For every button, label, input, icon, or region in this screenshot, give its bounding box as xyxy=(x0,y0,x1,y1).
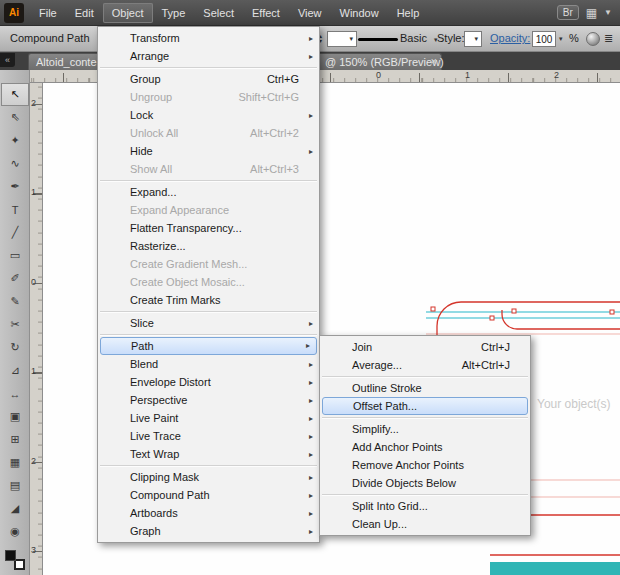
menu-item-expand[interactable]: Expand... xyxy=(98,183,319,201)
menu-item-clean-up[interactable]: Clean Up... xyxy=(320,515,530,533)
menu-item-envelope-distort[interactable]: Envelope Distort▸ xyxy=(98,373,319,391)
scissors-tool[interactable]: ✂ xyxy=(1,313,29,336)
eyedropper-tool[interactable]: ◢ xyxy=(1,497,29,520)
menu-item-average[interactable]: Average...Alt+Ctrl+J xyxy=(320,356,530,374)
vruler-number: 1 xyxy=(31,187,36,197)
menu-separator xyxy=(322,376,528,377)
perspective-grid-tool-icon: ⊞ xyxy=(10,433,19,446)
object-menu: Transform▸Arrange▸GroupCtrl+GUngroupShif… xyxy=(97,26,320,543)
menubar-right-icons: Br ▦ ▼ xyxy=(557,5,612,20)
menu-separator xyxy=(100,334,317,335)
menu-item-live-paint[interactable]: Live Paint▸ xyxy=(98,409,319,427)
opacity-link[interactable]: Opacity: xyxy=(490,32,530,44)
menu-item-graph[interactable]: Graph▸ xyxy=(98,522,319,540)
bridge-button[interactable]: Br xyxy=(557,5,579,20)
zoom-tool[interactable]: ◉ xyxy=(1,520,29,543)
stroke-weight-field[interactable]: ▾ xyxy=(327,31,357,47)
menu-item-label: Create Trim Marks xyxy=(130,292,220,309)
dropdown-arrow-icon[interactable]: ▾ xyxy=(474,35,478,43)
type-tool[interactable]: T xyxy=(1,198,29,221)
menu-item-arrange[interactable]: Arrange▸ xyxy=(98,47,319,65)
menu-item-live-trace[interactable]: Live Trace▸ xyxy=(98,427,319,445)
menu-item-unlock-all[interactable]: Unlock AllAlt+Ctrl+2 xyxy=(98,124,319,142)
stroke-preview xyxy=(358,38,398,41)
menu-item-create-object-mosaic[interactable]: Create Object Mosaic... xyxy=(98,273,319,291)
scale-tool[interactable]: ⊿ xyxy=(1,359,29,382)
menu-item-expand-appearance[interactable]: Expand Appearance xyxy=(98,201,319,219)
lasso-tool[interactable]: ∿ xyxy=(1,152,29,175)
menubar-file[interactable]: File xyxy=(30,3,66,23)
menu-item-label: Transform xyxy=(130,30,180,47)
menubar-edit[interactable]: Edit xyxy=(66,3,103,23)
menu-item-slice[interactable]: Slice▸ xyxy=(98,314,319,332)
hruler-number: 0 xyxy=(376,70,381,80)
line-segment-tool[interactable]: ╱ xyxy=(1,221,29,244)
menu-item-create-trim-marks[interactable]: Create Trim Marks xyxy=(98,291,319,309)
dropdown-arrow-icon[interactable]: ▾ xyxy=(349,35,353,43)
menu-item-clipping-mask[interactable]: Clipping Mask▸ xyxy=(98,468,319,486)
opacity-value: 100 xyxy=(536,34,553,45)
mesh-tool-icon: ▦ xyxy=(10,456,20,469)
menu-item-lock[interactable]: Lock▸ xyxy=(98,106,319,124)
gradient-tool[interactable]: ▤ xyxy=(1,474,29,497)
menu-item-offset-path[interactable]: Offset Path... xyxy=(322,397,528,415)
menu-item-show-all[interactable]: Show AllAlt+Ctrl+3 xyxy=(98,160,319,178)
menu-item-ungroup[interactable]: UngroupShift+Ctrl+G xyxy=(98,88,319,106)
menu-item-artboards[interactable]: Artboards▸ xyxy=(98,504,319,522)
menu-item-group[interactable]: GroupCtrl+G xyxy=(98,70,319,88)
fill-swatch[interactable] xyxy=(5,550,16,561)
menu-item-remove-anchor-points[interactable]: Remove Anchor Points xyxy=(320,456,530,474)
mesh-tool[interactable]: ▦ xyxy=(1,451,29,474)
workspace-dropdown-icon[interactable]: ▼ xyxy=(604,8,612,17)
perspective-grid-tool[interactable]: ⊞ xyxy=(1,428,29,451)
opacity-field[interactable]: 100 xyxy=(532,31,556,47)
menubar-type[interactable]: Type xyxy=(153,3,195,23)
menu-item-simplify[interactable]: Simplify... xyxy=(320,420,530,438)
panel-collapse-icon[interactable]: « xyxy=(0,53,15,67)
free-transform-tool[interactable]: ▣ xyxy=(1,405,29,428)
menu-item-text-wrap[interactable]: Text Wrap▸ xyxy=(98,445,319,463)
gradient-tool-icon: ▤ xyxy=(10,479,20,492)
menu-item-rasterize[interactable]: Rasterize... xyxy=(98,237,319,255)
menu-item-divide-objects-below[interactable]: Divide Objects Below xyxy=(320,474,530,492)
magic-wand-tool[interactable]: ✦ xyxy=(1,129,29,152)
menubar-effect[interactable]: Effect xyxy=(243,3,289,23)
menu-item-hide[interactable]: Hide▸ xyxy=(98,142,319,160)
direct-selection-tool[interactable]: ⇖ xyxy=(1,106,29,129)
pen-tool[interactable]: ✒ xyxy=(1,175,29,198)
width-tool[interactable]: ↔ xyxy=(1,382,29,405)
menu-item-add-anchor-points[interactable]: Add Anchor Points xyxy=(320,438,530,456)
menu-item-transform[interactable]: Transform▸ xyxy=(98,29,319,47)
menu-item-create-gradient-mesh[interactable]: Create Gradient Mesh... xyxy=(98,255,319,273)
document-setup-icon[interactable] xyxy=(586,32,600,46)
menubar-view[interactable]: View xyxy=(289,3,331,23)
panel-menu-icon[interactable]: ≣ xyxy=(604,32,613,45)
paintbrush-tool[interactable]: ✐ xyxy=(1,267,29,290)
rectangle-tool[interactable]: ▭ xyxy=(1,244,29,267)
submenu-arrow-icon: ▸ xyxy=(309,48,313,65)
opacity-dropdown-icon[interactable]: ▾ xyxy=(559,35,563,43)
workspace-grid-icon[interactable]: ▦ xyxy=(586,6,597,20)
menu-separator xyxy=(100,180,317,181)
brush-definition-dropdown[interactable]: Basic ▾ xyxy=(400,32,437,44)
vertical-ruler[interactable]: 210123 xyxy=(30,83,43,575)
style-dropdown[interactable]: ▾ xyxy=(464,31,482,47)
menu-item-split-into-grid[interactable]: Split Into Grid... xyxy=(320,497,530,515)
menubar-object[interactable]: Object xyxy=(103,3,153,23)
tab-close-icon[interactable]: × xyxy=(431,55,437,67)
pencil-tool[interactable]: ✎ xyxy=(1,290,29,313)
menu-item-path[interactable]: Path▸ xyxy=(100,337,317,355)
menubar-help[interactable]: Help xyxy=(388,3,429,23)
menu-item-compound-path[interactable]: Compound Path▸ xyxy=(98,486,319,504)
menu-item-join[interactable]: JoinCtrl+J xyxy=(320,338,530,356)
selection-tool[interactable]: ↖ xyxy=(1,83,29,106)
menu-item-blend[interactable]: Blend▸ xyxy=(98,355,319,373)
menu-item-perspective[interactable]: Perspective▸ xyxy=(98,391,319,409)
menubar-select[interactable]: Select xyxy=(194,3,243,23)
menubar-window[interactable]: Window xyxy=(331,3,388,23)
menu-item-outline-stroke[interactable]: Outline Stroke xyxy=(320,379,530,397)
rotate-tool[interactable]: ↻ xyxy=(1,336,29,359)
menu-item-flatten-transparency[interactable]: Flatten Transparency... xyxy=(98,219,319,237)
fill-stroke-swatches[interactable] xyxy=(5,550,25,570)
paintbrush-tool-icon: ✐ xyxy=(10,272,19,285)
